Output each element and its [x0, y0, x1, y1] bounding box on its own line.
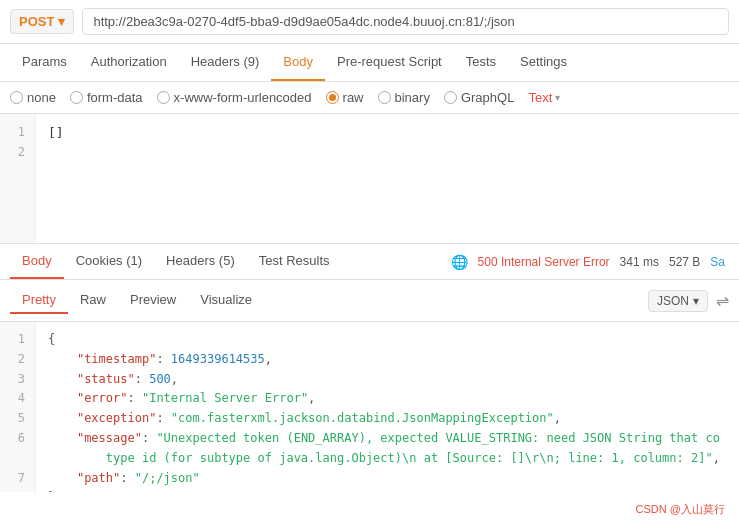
resp-tab-test-results[interactable]: Test Results: [247, 244, 342, 279]
option-form-data-label: form-data: [87, 90, 143, 105]
resp-tab-cookies[interactable]: Cookies (1): [64, 244, 154, 279]
response-size: 527 B: [669, 255, 700, 269]
option-raw-label: raw: [343, 90, 364, 105]
tab-settings[interactable]: Settings: [508, 44, 579, 81]
json-viewer: 1 2 3 4 5 6 7 8 { "timestamp": 164933961…: [0, 322, 739, 492]
radio-none: [10, 91, 23, 104]
json-chevron-icon: ▾: [693, 294, 699, 308]
request-line-numbers: 1 2: [0, 114, 36, 243]
body-options: none form-data x-www-form-urlencoded raw…: [0, 82, 739, 114]
method-chevron: ▾: [58, 14, 65, 29]
json-response-content[interactable]: { "timestamp": 1649339614535, "status": …: [36, 322, 739, 492]
response-tabs: Body Cookies (1) Headers (5) Test Result…: [0, 244, 739, 280]
watermark: CSDN @入山莫行: [632, 501, 729, 518]
tab-params[interactable]: Params: [10, 44, 79, 81]
option-graphql[interactable]: GraphQL: [444, 90, 514, 105]
format-row: Pretty Raw Preview Visualize JSON ▾ ⇌: [0, 280, 739, 322]
option-binary-label: binary: [395, 90, 430, 105]
request-tabs: Params Authorization Headers (9) Body Pr…: [0, 44, 739, 82]
url-bar: POST ▾: [0, 0, 739, 44]
fmt-pretty[interactable]: Pretty: [10, 287, 68, 314]
filter-icon[interactable]: ⇌: [716, 291, 729, 310]
request-body-content[interactable]: []: [36, 114, 739, 243]
save-link[interactable]: Sa: [710, 255, 725, 269]
text-chevron-icon: ▾: [555, 92, 560, 103]
radio-raw: [326, 91, 339, 104]
method-select[interactable]: POST ▾: [10, 9, 74, 34]
tab-pre-request[interactable]: Pre-request Script: [325, 44, 454, 81]
tab-tests[interactable]: Tests: [454, 44, 508, 81]
option-none[interactable]: none: [10, 90, 56, 105]
tab-body[interactable]: Body: [271, 44, 325, 81]
globe-icon: 🌐: [451, 254, 468, 270]
option-graphql-label: GraphQL: [461, 90, 514, 105]
fmt-preview[interactable]: Preview: [118, 287, 188, 314]
option-urlencoded[interactable]: x-www-form-urlencoded: [157, 90, 312, 105]
response-time: 341 ms: [620, 255, 659, 269]
option-urlencoded-label: x-www-form-urlencoded: [174, 90, 312, 105]
resp-tab-headers[interactable]: Headers (5): [154, 244, 247, 279]
fmt-raw[interactable]: Raw: [68, 287, 118, 314]
request-body-editor: 1 2 []: [0, 114, 739, 244]
fmt-visualize[interactable]: Visualize: [188, 287, 264, 314]
text-dropdown[interactable]: Text ▾: [528, 90, 560, 105]
resp-tab-body[interactable]: Body: [10, 244, 64, 279]
option-form-data[interactable]: form-data: [70, 90, 143, 105]
response-line-numbers: 1 2 3 4 5 6 7 8: [0, 322, 36, 492]
radio-graphql: [444, 91, 457, 104]
option-binary[interactable]: binary: [378, 90, 430, 105]
option-none-label: none: [27, 90, 56, 105]
radio-urlencoded: [157, 91, 170, 104]
method-label: POST: [19, 14, 54, 29]
radio-binary: [378, 91, 391, 104]
response-status-area: 🌐 500 Internal Server Error 341 ms 527 B…: [451, 254, 729, 270]
radio-form-data: [70, 91, 83, 104]
url-input[interactable]: [82, 8, 729, 35]
tab-authorization[interactable]: Authorization: [79, 44, 179, 81]
option-raw[interactable]: raw: [326, 90, 364, 105]
response-section: Body Cookies (1) Headers (5) Test Result…: [0, 244, 739, 492]
tab-headers[interactable]: Headers (9): [179, 44, 272, 81]
status-code: 500 Internal Server Error: [478, 255, 610, 269]
json-format-label: JSON: [657, 294, 689, 308]
text-label: Text: [528, 90, 552, 105]
json-format-dropdown[interactable]: JSON ▾: [648, 290, 708, 312]
